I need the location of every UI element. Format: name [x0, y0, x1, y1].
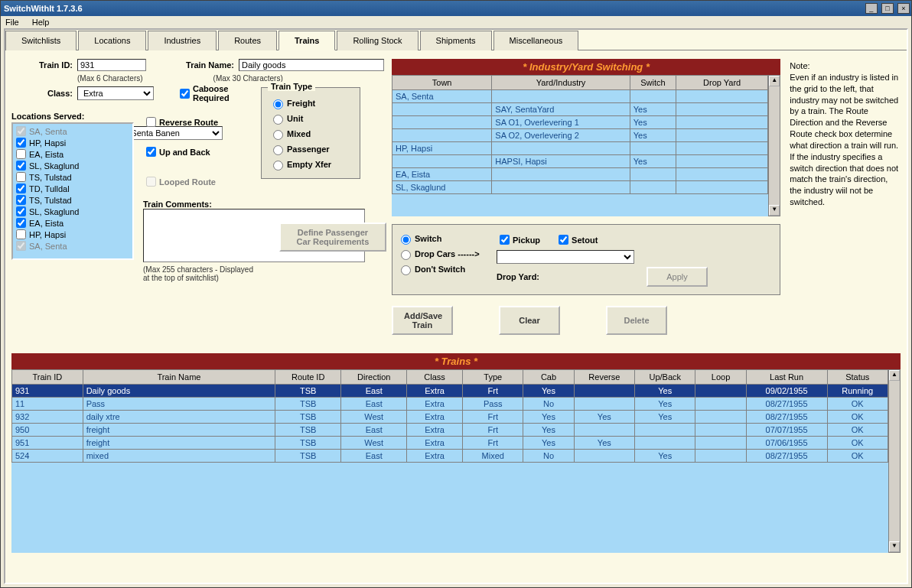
- trains-col-header[interactable]: Train Name: [83, 370, 275, 385]
- scroll-up-icon[interactable]: ▲: [889, 370, 900, 381]
- looped-route-checkbox: [146, 177, 156, 187]
- trains-row[interactable]: 931Daily goodsTSBEastExtraFrtYesYes09/02…: [12, 385, 888, 398]
- switch-row[interactable]: SL, Skaglund: [392, 181, 768, 194]
- tab-locations[interactable]: Locations: [78, 31, 146, 50]
- location-item-label: TD, Tulldal: [29, 184, 70, 193]
- reverse-route-checkbox[interactable]: [146, 117, 156, 127]
- location-checkbox[interactable]: [16, 149, 26, 159]
- tab-shipments[interactable]: Shipments: [420, 31, 492, 50]
- location-checkbox[interactable]: [16, 138, 26, 148]
- titlebar: SwitchWithIt 1.7.3.6 _ □ ×: [1, 1, 911, 16]
- trains-grid-scrollbar[interactable]: ▲ ▼: [888, 369, 901, 553]
- tab-industries[interactable]: Industries: [148, 31, 217, 50]
- switch-col-header[interactable]: Town: [392, 76, 492, 90]
- switch-col-header[interactable]: Drop Yard: [676, 76, 767, 90]
- trains-col-header[interactable]: Status: [827, 370, 888, 385]
- tab-bar: SwitchlistsLocationsIndustriesRoutesTrai…: [5, 30, 907, 50]
- menubar: File Help: [1, 16, 911, 28]
- trains-row[interactable]: 524mixedTSBEastExtraMixedNoYes08/27/1955…: [12, 450, 888, 463]
- switch-radio[interactable]: [401, 235, 411, 245]
- switch-col-header[interactable]: Yard/Industry: [492, 76, 630, 90]
- train-type-unit-radio[interactable]: [273, 115, 283, 125]
- trains-col-header[interactable]: Reverse: [574, 370, 634, 385]
- drop-cars-radio[interactable]: [401, 250, 411, 260]
- location-checkbox[interactable]: [16, 184, 26, 193]
- trains-col-header[interactable]: Loop: [695, 370, 746, 385]
- location-checkbox[interactable]: [16, 195, 26, 205]
- trains-col-header[interactable]: Class: [407, 370, 463, 385]
- trains-col-header[interactable]: Train ID: [12, 370, 83, 385]
- dont-switch-label: Don't Switch: [415, 265, 465, 274]
- up-back-label: Up and Back: [159, 148, 210, 157]
- menu-file[interactable]: File: [5, 18, 19, 27]
- switch-grid-title: * Industry/Yard Switching *: [392, 59, 780, 75]
- switch-row[interactable]: SAY, SentaYardYes: [392, 103, 768, 116]
- train-type-empty-xfer-radio[interactable]: [273, 161, 283, 171]
- location-item-label: TS, Tulstad: [29, 173, 72, 182]
- add-save-button[interactable]: Add/Save Train: [392, 306, 453, 335]
- train-type-legend: Train Type: [268, 82, 315, 91]
- trains-row[interactable]: 950freightTSBEastExtraFrtYes07/07/1955OK: [12, 424, 888, 437]
- scroll-down-icon[interactable]: ▼: [889, 541, 900, 552]
- trains-col-header[interactable]: Up/Back: [635, 370, 695, 385]
- menu-help[interactable]: Help: [32, 18, 50, 27]
- switch-row[interactable]: SA O1, Overlevering 1Yes: [392, 116, 768, 129]
- switch-row[interactable]: SA O2, Overlevering 2Yes: [392, 129, 768, 142]
- locations-label: Locations Served:: [11, 112, 134, 121]
- trains-col-header[interactable]: Cab: [523, 370, 574, 385]
- class-select[interactable]: Extra: [77, 86, 154, 100]
- train-id-input[interactable]: [77, 59, 146, 71]
- trains-row[interactable]: 932daily xtreTSBWestExtraFrtYesYesYes08/…: [12, 411, 888, 424]
- train-type-option-label: Unit: [287, 114, 303, 123]
- tab-trains[interactable]: Trains: [278, 31, 335, 50]
- location-item-label: EA, Eista: [29, 219, 64, 228]
- tab-miscellaneous[interactable]: Miscellaneous: [493, 31, 579, 50]
- switch-row[interactable]: SA, Senta: [392, 90, 768, 103]
- tab-routes[interactable]: Routes: [218, 31, 277, 50]
- location-checkbox[interactable]: [16, 172, 26, 182]
- location-item-label: SL, Skaglund: [29, 207, 79, 216]
- switch-col-header[interactable]: Switch: [630, 76, 676, 90]
- trains-col-header[interactable]: Type: [463, 370, 523, 385]
- drop-cars-label: Drop Cars ------>: [415, 249, 480, 258]
- looped-route-label: Looped Route: [159, 177, 216, 187]
- switch-row[interactable]: EA, Eista: [392, 168, 768, 181]
- maximize-button[interactable]: □: [881, 3, 894, 14]
- trains-row[interactable]: 951freightTSBWestExtraFrtYesYes07/06/195…: [12, 437, 888, 450]
- trains-row[interactable]: 11PassTSBEastExtraPassNoYes08/27/1955OK: [12, 398, 888, 411]
- drop-yard-select[interactable]: [497, 250, 634, 264]
- tab-rolling-stock[interactable]: Rolling Stock: [337, 31, 418, 50]
- switch-row[interactable]: HAPSI, HapsiYes: [392, 155, 768, 168]
- scroll-up-icon[interactable]: ▲: [769, 76, 780, 86]
- setout-checkbox[interactable]: [559, 235, 568, 245]
- delete-button: Delete: [606, 306, 667, 335]
- train-type-passenger-radio[interactable]: [273, 145, 283, 155]
- switch-row[interactable]: HP, Hapsi: [392, 142, 768, 155]
- caboose-checkbox[interactable]: [180, 89, 190, 99]
- trains-col-header[interactable]: Last Run: [746, 370, 827, 385]
- switch-grid[interactable]: TownYard/IndustrySwitchDrop YardSA, Sent…: [392, 75, 768, 194]
- switch-grid-scrollbar[interactable]: ▲ ▼: [768, 75, 780, 216]
- minimize-button[interactable]: _: [865, 3, 878, 14]
- trains-grid[interactable]: Train IDTrain NameRoute IDDirectionClass…: [11, 369, 888, 463]
- clear-button[interactable]: Clear: [499, 306, 560, 335]
- scroll-down-icon[interactable]: ▼: [769, 205, 780, 216]
- dont-switch-radio[interactable]: [401, 265, 411, 275]
- train-type-mixed-radio[interactable]: [273, 130, 283, 140]
- location-checkbox[interactable]: [16, 218, 26, 228]
- trains-col-header[interactable]: Direction: [341, 370, 407, 385]
- locations-listbox[interactable]: SA, SentaHP, HapsiEA, EistaSL, SkaglundT…: [11, 122, 134, 260]
- train-type-freight-radio[interactable]: [273, 99, 283, 109]
- pickup-checkbox[interactable]: [500, 235, 510, 245]
- trains-col-header[interactable]: Route ID: [275, 370, 341, 385]
- tab-switchlists[interactable]: Switchlists: [5, 31, 77, 50]
- location-checkbox[interactable]: [16, 161, 26, 171]
- train-name-input[interactable]: [239, 59, 384, 71]
- train-type-group: Train Type FreightUnitMixedPassengerEmpt…: [261, 87, 360, 179]
- location-checkbox: [16, 126, 26, 136]
- location-checkbox[interactable]: [16, 206, 26, 216]
- location-checkbox[interactable]: [16, 229, 26, 239]
- close-button[interactable]: ×: [897, 3, 910, 14]
- up-back-checkbox[interactable]: [146, 147, 156, 157]
- location-item-label: HP, Hapsi: [29, 230, 66, 239]
